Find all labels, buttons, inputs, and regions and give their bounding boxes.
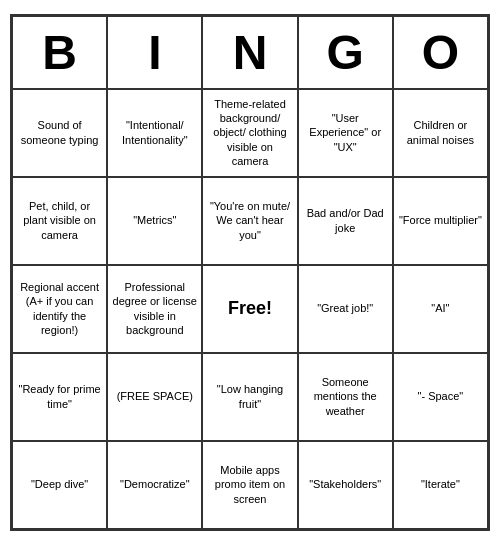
bingo-cell: Pet, child, or plant visible on camera <box>12 177 107 265</box>
bingo-cell: "Ready for prime time" <box>12 353 107 441</box>
bingo-header: BINGO <box>12 16 488 89</box>
header-letter: B <box>12 16 107 89</box>
bingo-cell: "Intentional/ Intentionality" <box>107 89 202 177</box>
bingo-cell: "Force multiplier" <box>393 177 488 265</box>
bingo-cell: "Stakeholders" <box>298 441 393 529</box>
bingo-grid: Sound of someone typing"Intentional/ Int… <box>12 89 488 529</box>
bingo-card: BINGO Sound of someone typing"Intentiona… <box>10 14 490 531</box>
bingo-cell: Professional degree or license visible i… <box>107 265 202 353</box>
bingo-cell: Regional accent (A+ if you can identify … <box>12 265 107 353</box>
bingo-cell: Theme-related background/ object/ clothi… <box>202 89 297 177</box>
bingo-cell: (FREE SPACE) <box>107 353 202 441</box>
bingo-cell: Free! <box>202 265 297 353</box>
header-letter: I <box>107 16 202 89</box>
bingo-cell: "You're on mute/ We can't hear you" <box>202 177 297 265</box>
bingo-cell: "- Space" <box>393 353 488 441</box>
bingo-cell: "AI" <box>393 265 488 353</box>
bingo-cell: "Great job!" <box>298 265 393 353</box>
bingo-cell: Someone mentions the weather <box>298 353 393 441</box>
bingo-cell: Mobile apps promo item on screen <box>202 441 297 529</box>
header-letter: N <box>202 16 297 89</box>
bingo-cell: "Iterate" <box>393 441 488 529</box>
bingo-cell: Bad and/or Dad joke <box>298 177 393 265</box>
bingo-cell: "User Experience" or "UX" <box>298 89 393 177</box>
header-letter: G <box>298 16 393 89</box>
bingo-cell: "Deep dive" <box>12 441 107 529</box>
bingo-cell: "Low hanging fruit" <box>202 353 297 441</box>
header-letter: O <box>393 16 488 89</box>
bingo-cell: "Metrics" <box>107 177 202 265</box>
bingo-cell: Sound of someone typing <box>12 89 107 177</box>
bingo-cell: "Democratize" <box>107 441 202 529</box>
bingo-cell: Children or animal noises <box>393 89 488 177</box>
